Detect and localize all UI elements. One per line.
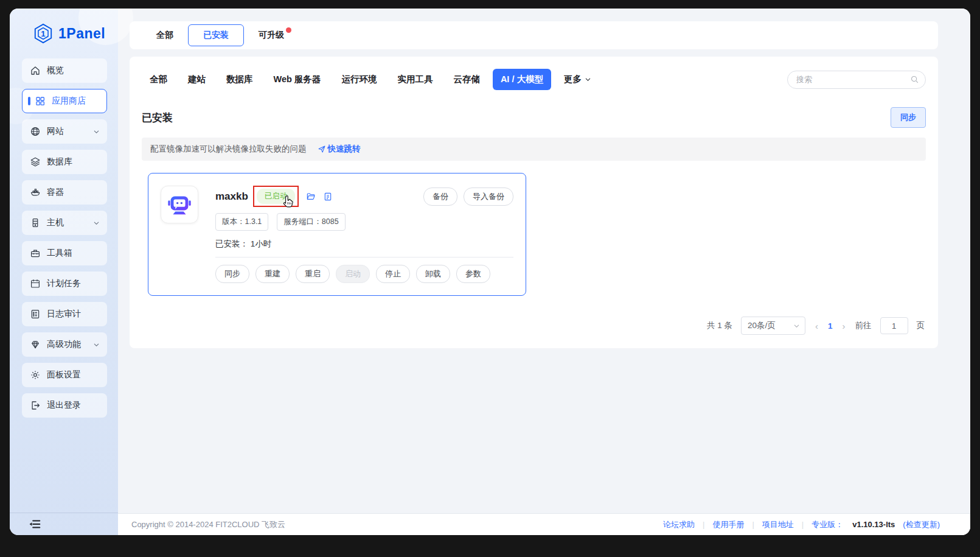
version-label: 版本： (222, 217, 245, 226)
rebuild-button[interactable]: 重建 (255, 265, 290, 283)
container-icon (30, 187, 41, 198)
sidebar-item-cron[interactable]: 计划任务 (22, 271, 107, 296)
prev-page-arrow[interactable]: ‹ (814, 321, 819, 331)
folder-icon[interactable] (306, 192, 316, 201)
category-all[interactable]: 全部 (142, 69, 175, 90)
params-button[interactable]: 参数 (456, 265, 490, 283)
collapse-sidebar-icon[interactable] (28, 517, 41, 531)
maxkb-robot-logo (165, 191, 193, 219)
stop-button[interactable]: 停止 (376, 265, 410, 283)
quick-jump-link[interactable]: 快速跳转 (318, 144, 361, 155)
sidebar-item-logs[interactable]: 日志审计 (22, 302, 107, 326)
copyright-text: Copyright © 2014-2024 FIT2CLOUD 飞致云 (131, 519, 285, 530)
app-card-maxkb[interactable]: maxkb 已启动 备份 导入备份 版本： (148, 173, 526, 296)
manual-link[interactable]: 使用手册 (712, 519, 744, 530)
sidebar-item-label: 计划任务 (47, 278, 81, 289)
annotation-highlight-box: 已启动 (253, 186, 299, 207)
sync-button[interactable]: 同步 (215, 265, 249, 283)
sidebar-item-database[interactable]: 数据库 (22, 150, 107, 174)
status-badge: 已启动 (257, 189, 296, 204)
current-page[interactable]: 1 (828, 321, 833, 331)
sidebar-item-label: 应用商店 (52, 96, 86, 107)
check-update-link[interactable]: (检查更新) (903, 519, 940, 530)
page-size-select[interactable]: 20条/页 (741, 317, 805, 335)
card-header-actions: 备份 导入备份 (423, 187, 513, 206)
app-title-row: maxkb 已启动 备份 导入备份 (215, 186, 513, 207)
project-link[interactable]: 项目地址 (762, 519, 794, 530)
chevron-down-icon (93, 342, 100, 348)
main-area: 全部 已安装 可升级 全部 建站 数据库 Web 服务器 运行环境 (118, 9, 970, 535)
sidebar-item-label: 容器 (47, 187, 64, 198)
sidebar-menu: 概览 应用商店 网站 数据库 容器 主机 (10, 56, 118, 513)
toolbox-icon (30, 248, 41, 259)
search-icon (910, 75, 919, 84)
restart-button[interactable]: 重启 (296, 265, 330, 283)
file-icon[interactable] (323, 192, 333, 201)
panel-version: v1.10.13-lts (852, 520, 895, 529)
category-ai-llm[interactable]: AI / 大模型 (493, 69, 551, 90)
log-icon (30, 309, 41, 320)
separator: | (802, 520, 804, 529)
backup-button[interactable]: 备份 (423, 187, 457, 206)
version-tag: 版本：1.3.1 (215, 213, 268, 231)
search-input[interactable] (787, 71, 926, 89)
chevron-down-icon (585, 76, 591, 83)
sidebar-item-container[interactable]: 容器 (22, 180, 107, 205)
import-backup-button[interactable]: 导入备份 (464, 187, 513, 206)
sidebar-item-logout[interactable]: 退出登录 (22, 393, 107, 418)
app-tag-row: 版本：1.3.1 服务端口：8085 (215, 213, 513, 231)
footer: Copyright © 2014-2024 FIT2CLOUD 飞致云 论坛求助… (118, 513, 970, 535)
search-box (787, 71, 926, 89)
notice-text: 配置镜像加速可以解决镜像拉取失败的问题 (150, 144, 307, 155)
category-tools[interactable]: 实用工具 (389, 69, 440, 90)
tab-installed[interactable]: 已安装 (188, 24, 244, 46)
port-tag: 服务端口：8085 (277, 213, 345, 231)
chevron-down-icon (93, 128, 100, 135)
footer-links: 论坛求助 | 使用手册 | 项目地址 | 专业版： v1.10.13-lts (… (663, 519, 940, 530)
quick-jump-label: 快速跳转 (328, 144, 361, 155)
app-name: maxkb (215, 191, 248, 203)
brand-logo: 1 1Panel (10, 9, 118, 56)
sidebar-item-label: 主机 (47, 217, 64, 228)
sidebar-item-toolbox[interactable]: 工具箱 (22, 241, 107, 265)
sidebar-item-app-store[interactable]: 应用商店 (22, 89, 107, 113)
separator: | (703, 520, 704, 529)
category-website[interactable]: 建站 (180, 69, 214, 90)
tab-all[interactable]: 全部 (142, 25, 188, 46)
sidebar-item-overview[interactable]: 概览 (22, 58, 107, 83)
goto-page-input[interactable] (880, 317, 908, 334)
category-tabs: 全部 建站 数据库 Web 服务器 运行环境 实用工具 云存储 AI / 大模型… (142, 69, 599, 90)
sidebar-item-label: 高级功能 (47, 339, 81, 350)
version-value: 1.3.1 (245, 217, 262, 226)
sidebar-item-settings[interactable]: 面板设置 (22, 363, 107, 387)
content-panel: 全部 建站 数据库 Web 服务器 运行环境 实用工具 云存储 AI / 大模型… (130, 57, 938, 348)
category-runtime[interactable]: 运行环境 (333, 69, 384, 90)
category-cloud-storage[interactable]: 云存储 (445, 69, 488, 90)
paper-plane-icon (318, 145, 326, 153)
sync-all-button[interactable]: 同步 (891, 107, 926, 128)
sidebar-item-website[interactable]: 网站 (22, 119, 107, 144)
sidebar-item-pro-features[interactable]: 高级功能 (22, 332, 107, 357)
sidebar-item-label: 工具箱 (47, 248, 72, 259)
category-database[interactable]: 数据库 (218, 69, 261, 90)
next-page-arrow[interactable]: › (841, 321, 847, 331)
pagination: 共 1 条 20条/页 ‹ 1 › 前往 页 (142, 308, 926, 337)
total-count: 共 1 条 (707, 320, 732, 331)
installed-label: 已安装： (215, 239, 248, 248)
forum-help-link[interactable]: 论坛求助 (663, 519, 695, 530)
installed-time-row: 已安装： 1小时 (215, 239, 513, 250)
logout-icon (30, 400, 41, 411)
brand-name: 1Panel (58, 26, 105, 42)
tab-upgradable[interactable]: 可升级 (244, 25, 299, 46)
uninstall-button[interactable]: 卸载 (416, 265, 450, 283)
sidebar-item-host[interactable]: 主机 (22, 211, 107, 235)
chevron-down-icon (793, 323, 800, 329)
sidebar: 1 1Panel 概览 应用商店 网站 数据库 (10, 9, 118, 535)
filter-row: 全部 建站 数据库 Web 服务器 运行环境 实用工具 云存储 AI / 大模型… (142, 69, 926, 90)
category-more[interactable]: 更多 (556, 69, 599, 90)
sidebar-item-label: 网站 (47, 126, 64, 137)
category-more-label: 更多 (564, 74, 582, 85)
category-web-server[interactable]: Web 服务器 (266, 69, 329, 90)
app-window: 1 1Panel 概览 应用商店 网站 数据库 (10, 9, 970, 535)
sidebar-item-label: 退出登录 (47, 400, 81, 411)
